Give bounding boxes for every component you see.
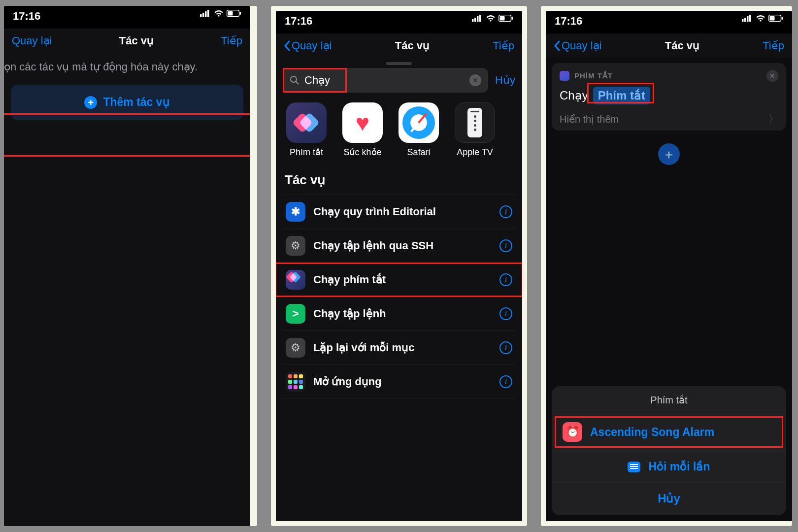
- action-label: Mở ứng dụng: [313, 375, 492, 388]
- add-action-label: Thêm tác vụ: [103, 96, 169, 109]
- content-area: PHÍM TẮT ✕ Chạy Phím tắt Hiển thị thêm 〉…: [546, 57, 792, 521]
- svg-line-15: [296, 82, 299, 84]
- content-area: ọn các tác vụ mà tự động hóa này chạy. +…: [4, 52, 250, 526]
- content-area: ✕ Hủy Phím tắt ♥ Sức khỏe Safari: [276, 57, 522, 521]
- screen: 17:16 Quay lại Tác vụ Tiếp PHÍM TẮT: [546, 11, 792, 521]
- action-label: Chạy phím tắt: [313, 273, 492, 286]
- app-label: Sức khỏe: [343, 148, 381, 158]
- chat-bubble-icon: [628, 462, 640, 472]
- sheet-title: Phím tắt: [552, 394, 786, 406]
- close-card-icon[interactable]: ✕: [766, 70, 778, 82]
- shortcuts-mini-icon: [560, 71, 569, 81]
- clear-search-icon[interactable]: ✕: [469, 74, 481, 86]
- phone-panel-3: 17:16 Quay lại Tác vụ Tiếp PHÍM TẮT: [541, 6, 792, 526]
- health-app-icon: ♥: [342, 102, 383, 143]
- gear-icon: ⚙: [286, 338, 305, 358]
- show-more-row[interactable]: Hiển thị thêm 〉: [560, 112, 778, 126]
- wifi-icon: [486, 15, 496, 22]
- battery-icon: [499, 15, 513, 22]
- shortcut-option[interactable]: ⏰ Ascending Song Alarm: [552, 413, 786, 451]
- apps-row: Phím tắt ♥ Sức khỏe Safari Apple TV: [276, 98, 522, 158]
- back-button[interactable]: Quay lại: [12, 34, 52, 47]
- action-item[interactable]: ✱ Chạy quy trình Editorial i: [283, 195, 515, 229]
- add-step-button[interactable]: ＋: [658, 143, 680, 165]
- alarm-icon: ⏰: [563, 422, 582, 442]
- ask-each-time-option[interactable]: Hỏi mỗi lần: [552, 451, 786, 482]
- nav-title: Tác vụ: [332, 39, 493, 52]
- svg-rect-22: [782, 17, 783, 20]
- ask-each-label: Hỏi mỗi lần: [648, 460, 710, 473]
- app-tile-safari[interactable]: Safari: [395, 102, 442, 158]
- info-icon[interactable]: i: [499, 341, 512, 354]
- action-item[interactable]: ⚙ Lặp lại với mỗi mục i: [283, 331, 515, 365]
- search-field[interactable]: [304, 74, 469, 87]
- shortcut-token[interactable]: Phím tắt: [593, 87, 650, 104]
- next-button[interactable]: Tiếp: [221, 34, 242, 47]
- app-tile-appletv[interactable]: Apple TV: [451, 102, 499, 158]
- svg-rect-6: [240, 12, 241, 15]
- status-bar: 17:16: [546, 11, 792, 33]
- action-item-run-shortcut[interactable]: Chạy phím tắt i: [283, 263, 515, 297]
- back-label: Quay lại: [562, 39, 601, 52]
- battery-icon: [227, 10, 241, 17]
- svg-rect-9: [477, 16, 479, 22]
- screen: 17:16 Quay lại Tác vụ Tiếp ọn các tác vụ…: [4, 6, 250, 526]
- run-word: Chạy: [560, 89, 588, 102]
- back-button[interactable]: Quay lại: [284, 39, 332, 52]
- back-button[interactable]: Quay lại: [554, 39, 601, 52]
- svg-rect-10: [479, 15, 481, 22]
- action-item[interactable]: ⚙ Chạy tập lệnh qua SSH i: [283, 229, 515, 263]
- editorial-icon: ✱: [286, 202, 305, 222]
- action-item[interactable]: > Chạy tập lệnh i: [283, 297, 515, 331]
- info-icon[interactable]: i: [499, 239, 512, 252]
- status-bar: 17:16: [276, 11, 522, 33]
- svg-rect-3: [207, 10, 209, 17]
- svg-rect-0: [200, 14, 202, 17]
- app-label: Phím tắt: [290, 148, 323, 158]
- action-item[interactable]: Mở ứng dụng i: [283, 365, 515, 399]
- status-icons: [472, 15, 513, 22]
- app-tile-shortcuts[interactable]: Phím tắt: [283, 102, 330, 158]
- svg-rect-16: [742, 19, 744, 22]
- next-button[interactable]: Tiếp: [763, 39, 784, 52]
- info-icon[interactable]: i: [499, 307, 512, 320]
- cellular-icon: [200, 10, 211, 17]
- safari-app-icon: [399, 102, 439, 143]
- action-label: Chạy tập lệnh qua SSH: [313, 239, 492, 252]
- app-tile-health[interactable]: ♥ Sức khỏe: [339, 102, 386, 158]
- search-input[interactable]: ✕: [283, 68, 488, 93]
- svg-rect-7: [472, 19, 474, 22]
- apps-grid-icon: [286, 372, 305, 392]
- status-time: 17:16: [13, 10, 40, 23]
- app-label: Safari: [407, 148, 430, 158]
- chevron-left-icon: [284, 40, 291, 51]
- nav-bar: Quay lại Tác vụ Tiếp: [276, 33, 522, 57]
- gear-icon: ⚙: [286, 236, 305, 256]
- instruction-text: ọn các tác vụ mà tự động hóa này chạy.: [4, 52, 243, 85]
- nav-title: Tác vụ: [52, 34, 221, 47]
- back-label: Quay lại: [12, 34, 52, 47]
- phone-panel-1: 17:16 Quay lại Tác vụ Tiếp ọn các tác vụ…: [6, 6, 257, 526]
- search-icon: [290, 75, 299, 85]
- shortcuts-icon: [286, 270, 305, 290]
- svg-rect-21: [770, 16, 775, 21]
- shortcuts-app-icon: [286, 102, 327, 143]
- action-label: Lặp lại với mỗi mục: [313, 341, 492, 354]
- add-action-button[interactable]: + Thêm tác vụ: [11, 85, 243, 120]
- status-icons: [742, 15, 783, 22]
- wifi-icon: [214, 10, 224, 17]
- cancel-search-button[interactable]: Hủy: [495, 74, 515, 87]
- info-icon[interactable]: i: [499, 205, 512, 218]
- app-label: Apple TV: [457, 148, 493, 158]
- back-label: Quay lại: [292, 39, 332, 52]
- search-row: ✕ Hủy: [276, 65, 522, 98]
- status-bar: 17:16: [4, 6, 250, 29]
- info-icon[interactable]: i: [499, 273, 512, 286]
- svg-rect-18: [747, 16, 749, 22]
- info-icon[interactable]: i: [499, 375, 512, 388]
- action-list: ✱ Chạy quy trình Editorial i ⚙ Chạy tập …: [276, 195, 522, 399]
- sheet-cancel-button[interactable]: Hủy: [552, 482, 786, 507]
- shortcut-name: Ascending Song Alarm: [590, 426, 775, 439]
- svg-point-14: [291, 76, 297, 82]
- next-button[interactable]: Tiếp: [493, 39, 514, 52]
